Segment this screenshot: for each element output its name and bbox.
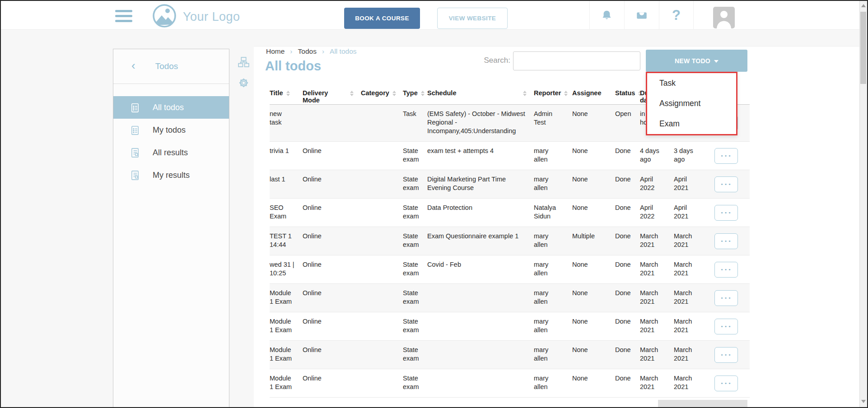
cell-title: wed 31 | 10:25 bbox=[270, 255, 303, 283]
logo[interactable]: Your Logo bbox=[151, 3, 240, 31]
cell-schedule: Data Protection bbox=[427, 199, 534, 227]
app-window: Your Logo BOOK A COURSE VIEW WEBSITE ? bbox=[0, 0, 868, 408]
new-todo-dropdown: TaskAssignmentExam bbox=[646, 72, 737, 135]
cell-due: March 2021 bbox=[640, 284, 674, 312]
row-actions-button[interactable]: ••• bbox=[714, 290, 738, 306]
sort-icon[interactable] bbox=[392, 91, 396, 96]
table-row: TEST 1 14:44OnlineState examExam Questio… bbox=[270, 227, 750, 255]
cell-status: Done bbox=[615, 170, 640, 198]
new-todo-button[interactable]: NEW TODO bbox=[646, 50, 747, 72]
row-actions-button[interactable]: ••• bbox=[714, 376, 738, 391]
settings-gear-icon[interactable] bbox=[237, 76, 250, 89]
row-actions-button[interactable]: ••• bbox=[714, 233, 738, 249]
menu-icon[interactable] bbox=[115, 10, 132, 22]
top-header: Your Logo BOOK A COURSE VIEW WEBSITE ? bbox=[1, 1, 867, 30]
cell-actions: ••• bbox=[714, 142, 750, 170]
sidebar-item-my-results[interactable]: My results bbox=[113, 164, 229, 186]
cell-delivery-mode: Online bbox=[303, 369, 361, 397]
cell-title: new task bbox=[270, 105, 303, 141]
column-label: Title bbox=[270, 89, 283, 97]
sitemap-icon[interactable] bbox=[237, 55, 250, 69]
column-header-delivery-mode[interactable]: Delivery Mode bbox=[303, 89, 361, 104]
view-website-button[interactable]: VIEW WEBSITE bbox=[437, 8, 508, 29]
row-actions-button[interactable]: ••• bbox=[714, 148, 738, 164]
logo-text: Your Logo bbox=[183, 10, 240, 24]
cell-type: State exam bbox=[403, 341, 427, 369]
sidebar-item-all-results[interactable]: All results bbox=[113, 141, 229, 164]
row-actions-button[interactable]: ••• bbox=[714, 319, 738, 334]
row-actions-button[interactable]: ••• bbox=[714, 262, 738, 278]
notifications-bell-icon[interactable] bbox=[589, 1, 624, 30]
vertical-scrollbar-thumb[interactable] bbox=[860, 12, 866, 84]
vertical-scrollbar[interactable] bbox=[859, 1, 867, 407]
sort-icon[interactable] bbox=[286, 91, 290, 96]
column-header-schedule[interactable]: Schedule bbox=[427, 89, 534, 97]
row-actions-button[interactable]: ••• bbox=[714, 205, 738, 221]
todo-list-icon bbox=[130, 102, 141, 113]
cell-status: Done bbox=[615, 284, 640, 312]
column-label: Reporter bbox=[534, 89, 561, 97]
cell-date2: March 2021 bbox=[674, 312, 714, 340]
cell-reporter: Admin Test bbox=[534, 105, 572, 141]
new-todo-menu-item-exam[interactable]: Exam bbox=[647, 114, 736, 134]
scroll-down-arrow-icon[interactable] bbox=[861, 400, 866, 403]
sidebar-item-my-todos[interactable]: My todos bbox=[113, 119, 229, 141]
column-header-status[interactable]: Status bbox=[615, 89, 640, 97]
new-todo-menu-item-task[interactable]: Task bbox=[647, 73, 736, 93]
cell-category bbox=[361, 284, 403, 312]
book-a-course-button[interactable]: BOOK A COURSE bbox=[344, 8, 420, 29]
row-actions-button[interactable]: ••• bbox=[714, 347, 738, 363]
cell-date2: April 2021 bbox=[674, 170, 714, 198]
cell-date2: April 2021 bbox=[674, 199, 714, 227]
cell-schedule: exam test + attempts 4 bbox=[427, 142, 534, 170]
new-todo-menu-item-assignment[interactable]: Assignment bbox=[647, 93, 736, 114]
sort-icon[interactable] bbox=[523, 91, 527, 96]
sidebar-title: Todos bbox=[155, 61, 178, 71]
cell-category bbox=[361, 369, 403, 397]
cell-category bbox=[361, 170, 403, 198]
cell-schedule bbox=[427, 284, 534, 312]
cell-assignee: None bbox=[572, 105, 615, 141]
search-input[interactable] bbox=[513, 51, 640, 70]
breadcrumb-home[interactable]: Home bbox=[266, 47, 285, 56]
cell-assignee: None bbox=[572, 341, 615, 369]
help-icon[interactable]: ? bbox=[659, 1, 694, 30]
cell-category bbox=[361, 312, 403, 340]
column-header-assignee: Assignee bbox=[572, 89, 615, 97]
column-label: Assignee bbox=[572, 89, 601, 97]
sort-icon[interactable] bbox=[564, 91, 568, 96]
cell-schedule: Digital Marketing Part Time Evening Cour… bbox=[427, 170, 534, 198]
table-body: new taskTask(EMS Safety) - October - Mid… bbox=[270, 105, 750, 398]
cell-due: 4 days ago bbox=[640, 142, 674, 170]
column-header-title[interactable]: Title bbox=[270, 89, 303, 97]
cell-title: TEST 1 14:44 bbox=[270, 227, 303, 255]
cell-type: State exam bbox=[403, 255, 427, 283]
horizontal-scrollbar-thumb[interactable] bbox=[658, 400, 747, 408]
menu-item-label: Exam bbox=[659, 119, 680, 129]
cell-date2: March 2021 bbox=[674, 284, 714, 312]
cell-title: Module 1 Exam bbox=[270, 341, 303, 369]
table-row: Module 1 ExamOnlineState exammary allenN… bbox=[270, 341, 750, 369]
scroll-up-arrow-icon[interactable] bbox=[861, 4, 866, 7]
sort-icon[interactable] bbox=[421, 91, 425, 96]
sort-icon[interactable] bbox=[350, 91, 354, 96]
cell-reporter: mary allen bbox=[534, 170, 572, 198]
user-avatar[interactable] bbox=[713, 7, 735, 28]
sidebar-item-label: All results bbox=[153, 148, 188, 158]
sidebar-item-all-todos[interactable]: All todos bbox=[113, 96, 229, 119]
column-header-reporter[interactable]: Reporter bbox=[534, 89, 572, 97]
logo-image-icon bbox=[151, 3, 177, 31]
column-header-category[interactable]: Category bbox=[361, 89, 403, 97]
cell-category bbox=[361, 255, 403, 283]
todo-list-icon bbox=[130, 125, 141, 136]
inbox-icon[interactable] bbox=[624, 1, 659, 30]
breadcrumb-todos[interactable]: Todos bbox=[298, 47, 317, 56]
cell-reporter: mary allen bbox=[534, 341, 572, 369]
cell-delivery-mode: Online bbox=[303, 284, 361, 312]
column-label: Schedule bbox=[427, 89, 456, 97]
cell-category bbox=[361, 227, 403, 255]
sidebar-collapse-icon[interactable]: ‹ bbox=[131, 60, 135, 71]
row-actions-button[interactable]: ••• bbox=[714, 176, 738, 192]
cell-reporter: Natalya Sidun bbox=[534, 199, 572, 227]
column-header-type[interactable]: Type bbox=[403, 89, 427, 97]
